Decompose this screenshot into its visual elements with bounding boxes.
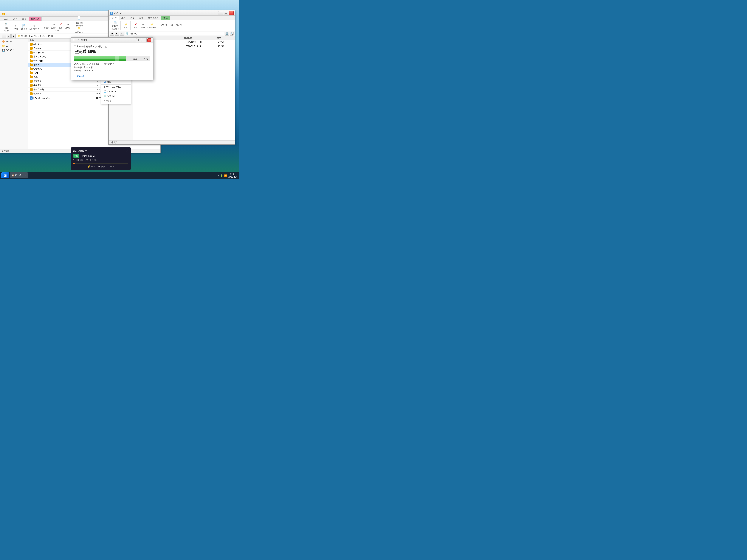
- sidebar-caihui[interactable]: 🎨 彩绘版: [0, 39, 28, 44]
- new-folder-btn[interactable]: 📁+ 新建文件夹: [74, 27, 84, 34]
- path-pc[interactable]: 📁 此电脑: [18, 34, 27, 37]
- usb-action-restore[interactable]: ↺ 恢复: [98, 165, 105, 168]
- tray-icons: ∧ 🔋 📶: [218, 175, 227, 177]
- sec-col-date[interactable]: 修改日期: [184, 36, 217, 39]
- tray-chevron[interactable]: ∧: [218, 175, 220, 177]
- clock-time: 21:31: [228, 173, 237, 176]
- tab-sec-view[interactable]: 查看: [137, 16, 146, 20]
- sec-up-btn[interactable]: ▲: [120, 31, 124, 36]
- tab-sec-manage[interactable]: 管理: [161, 16, 170, 20]
- sec-new-item-btn[interactable]: 📄 新建项目: [111, 20, 119, 28]
- move-to-btn[interactable]: → 移动到: [43, 22, 50, 29]
- new-folder-icon: 📁+: [77, 27, 82, 32]
- copy-to-icon: ⇒: [51, 22, 56, 27]
- secondary-address-path[interactable]: 💿 U 盘 (E:): [125, 32, 224, 35]
- tab-sec-drive[interactable]: 驱动器工具: [146, 16, 161, 20]
- details-toggle-label: 简略信息: [77, 75, 85, 78]
- sec-path-drive[interactable]: 💿 U 盘 (E:): [126, 32, 137, 35]
- sec-refresh-btn[interactable]: 🔄: [225, 31, 229, 36]
- progress-stripes: [113, 56, 121, 61]
- secondary-address-bar: ◀ ▶ ▲ 💿 U 盘 (E:) 🔄 🔍: [108, 31, 235, 36]
- dialog-minimize-btn[interactable]: —: [142, 38, 147, 42]
- secondary-title-left: 💿 U 盘 (E:): [110, 11, 122, 15]
- rename-btn[interactable]: ✏ 重命名: [65, 22, 71, 29]
- dialog-percent: 已完成 69%: [74, 49, 150, 54]
- taskbar-clock[interactable]: 21:31 2022/2/16: [228, 173, 237, 179]
- tab-main-home[interactable]: 主页: [2, 17, 11, 21]
- forward-btn[interactable]: ▶: [6, 34, 11, 38]
- rename-label: 重命名: [66, 27, 70, 29]
- copy-dialog: 📋 已完成 69% ⏸ — ✕ 正在将 4 个项目从 si 复制到 U 盘 (E…: [71, 37, 153, 80]
- secondary-maximize-btn[interactable]: □: [224, 11, 228, 15]
- copy-to-btn[interactable]: ⇒ 复制到: [50, 22, 57, 29]
- sec-forward-btn[interactable]: ▶: [115, 31, 119, 36]
- sec-history-btn[interactable]: 历史记录: [175, 24, 184, 27]
- tab-sec-share[interactable]: 共享: [128, 16, 137, 20]
- usb-tool-close-btn[interactable]: ✕: [126, 150, 128, 153]
- sec-col-type[interactable]: 类型: [217, 36, 234, 39]
- path-202108[interactable]: 202108: [46, 35, 53, 37]
- organize-section: → 移动到 ⇒ 复制到 ✗ 删除 ✏ 重命名 组织: [42, 22, 73, 32]
- quick-divider-1: [101, 84, 131, 85]
- start-button[interactable]: ⊞: [1, 172, 9, 179]
- sec-back-btn[interactable]: ◀: [110, 31, 114, 36]
- usb-action-settings[interactable]: ≡ 设置: [108, 165, 114, 168]
- usb-action-scan[interactable]: ⚡ 查杀: [87, 165, 95, 168]
- copy-path-btn[interactable]: 📄 复制路径: [20, 23, 28, 31]
- up-btn[interactable]: ▲: [11, 34, 16, 38]
- usb-e-icon: 💿: [104, 95, 106, 97]
- new-item-btn[interactable]: 📄+ 新建项目: [75, 17, 83, 24]
- cut-btn[interactable]: ✂ 剪切: [13, 23, 20, 31]
- back-btn[interactable]: ◀: [2, 34, 6, 38]
- sidebar-ssdc[interactable]: 💾 S-SSD (: [0, 48, 28, 52]
- usb-drive-name: 可移动磁盘(E:): [81, 154, 96, 158]
- main-title-left: 📁 si: [2, 12, 7, 16]
- main-sidebar: 🎨 彩绘版 📁 ve 💾 S-SSD (: [0, 38, 28, 149]
- paste-label: 粘贴: [4, 27, 8, 29]
- paste-shortcut-btn[interactable]: ⇧ 粘贴快捷方式: [28, 23, 40, 31]
- sec-rename-btn[interactable]: ✏ 重命名: [139, 22, 146, 29]
- sec-newfolder-btn[interactable]: 📁 新建文件夹: [147, 22, 156, 29]
- sec-history-label: 历史记录: [176, 24, 183, 26]
- sec-delete-btn[interactable]: ✗ 删除: [132, 22, 139, 29]
- path-si[interactable]: si: [55, 35, 56, 37]
- usb-progress-fill: [73, 163, 75, 164]
- usb-tool: 360 U盘助手 ✕ 安全 可移动磁盘(E:) 1.29GB可用，共29.71G…: [71, 147, 131, 170]
- secondary-ribbon-bar: 📄 新建项目 轻松访问 📂 打开 ✗ 删除 ✏ 重命名: [108, 20, 235, 31]
- delete-btn[interactable]: ✗ 删除: [57, 22, 64, 29]
- secondary-minimize-btn[interactable]: —: [218, 11, 223, 15]
- quick-item-windows-ssd[interactable]: ⊞ Windows-SSD (: [101, 85, 131, 89]
- usb-capacity: 1.29GB可用，共29.71GB: [73, 159, 128, 161]
- tab-main-video[interactable]: 视频工具: [29, 17, 42, 21]
- sec-new-section: 📄 新建项目 轻松访问: [110, 21, 121, 30]
- quick-item-usb-e[interactable]: 💿 U 盘 (E:): [101, 94, 131, 98]
- sec-open-btn[interactable]: 📂 打开: [123, 22, 129, 29]
- sec-edit-btn[interactable]: 编辑: [168, 24, 175, 27]
- dialog-close-btn[interactable]: ✕: [147, 38, 151, 42]
- settings-icon: ≡: [108, 165, 110, 168]
- details-toggle-btn[interactable]: ⌃ 简略信息: [74, 74, 150, 78]
- sidebar-ve[interactable]: 📁 ve: [0, 44, 28, 48]
- sec-search-btn[interactable]: 🔍: [230, 31, 234, 36]
- secondary-close-btn[interactable]: ✕: [229, 11, 234, 15]
- usb-restore-label: 恢复: [101, 165, 105, 168]
- dialog-title-text: 已完成 69%: [76, 38, 87, 42]
- usb-actions: ⚡ 查杀 ↺ 恢复 ≡ 设置: [73, 165, 128, 168]
- paste-btn[interactable]: 📋 粘贴: [3, 22, 9, 29]
- tab-sec-file[interactable]: 文件: [110, 16, 119, 20]
- path-data[interactable]: Data (D:): [29, 35, 37, 37]
- quick-item-data-d[interactable]: 💾 Data (D:): [101, 89, 131, 94]
- path-saijing[interactable]: 赛经: [40, 34, 44, 37]
- tab-main-share[interactable]: 共享: [11, 17, 20, 21]
- sec-allopen-btn[interactable]: 全部打开: [160, 24, 168, 27]
- folder-icon-12: [30, 92, 33, 95]
- tab-main-view[interactable]: 查看: [20, 17, 29, 21]
- new-item-icon: 📄+: [77, 17, 82, 22]
- folder-icon-8: [30, 76, 33, 78]
- tab-sec-home[interactable]: 主页: [119, 16, 128, 20]
- folder-icon-7: [30, 72, 33, 74]
- dialog-pause-btn[interactable]: ⏸: [136, 38, 141, 42]
- sec-easy-access-btn[interactable]: 轻松访问: [111, 28, 119, 30]
- taskbar-item-copy[interactable]: 📋 已完成 69%: [10, 172, 28, 179]
- progress-speed: 速度: 21.9 MB/秒: [133, 57, 148, 60]
